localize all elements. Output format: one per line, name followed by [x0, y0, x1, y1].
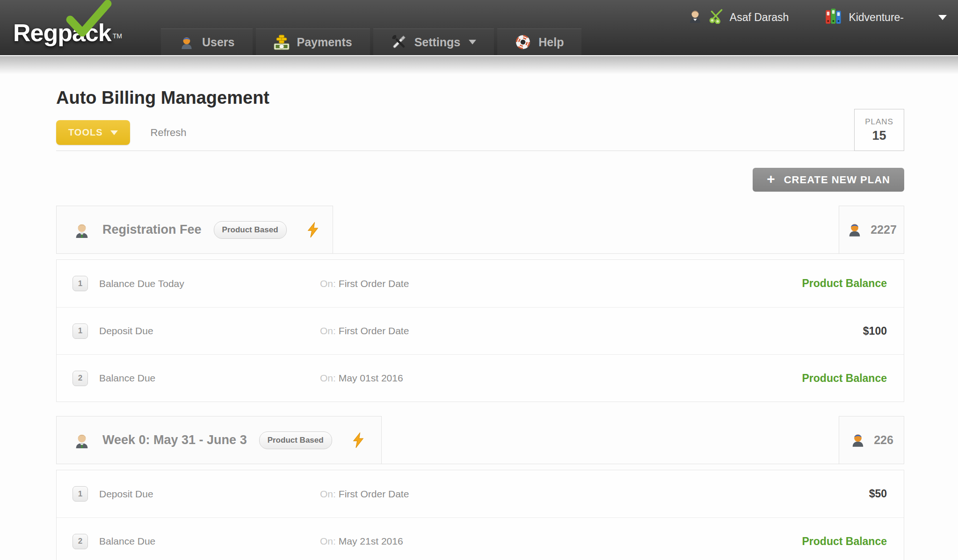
billing-row[interactable]: 1 Deposit Due On:First Order Date $50 — [57, 470, 904, 517]
on-date: May 01st 2016 — [339, 373, 403, 383]
account-dropdown-caret[interactable] — [938, 15, 947, 20]
plan-type-badge: Product Based — [214, 221, 287, 239]
navbar-right: Asaf Darash K — [688, 7, 947, 28]
lightning-icon — [306, 222, 319, 238]
plan-rows: 1 Deposit Due On:First Order Date $50 2 … — [56, 470, 904, 560]
row-trigger: On:First Order Date — [320, 488, 765, 500]
plan-header-spacer — [333, 206, 839, 254]
row-name: Deposit Due — [99, 325, 320, 337]
row-number-badge: 2 — [73, 371, 88, 386]
plan-name: Registration Fee — [102, 223, 202, 237]
row-trigger: On:May 01st 2016 — [320, 373, 765, 384]
plan-person-icon — [73, 222, 90, 238]
page-title: Auto Billing Management — [56, 88, 904, 108]
tools-button[interactable]: TOOLS — [56, 120, 130, 145]
on-date: First Order Date — [339, 488, 409, 499]
plan-header: Week 0: May 31 - June 3 Product Based — [56, 416, 904, 464]
top-navbar: RegpackTM Users — [0, 0, 958, 55]
on-date: First Order Date — [339, 278, 409, 289]
user-name: Asaf Darash — [730, 11, 789, 24]
plan-person-icon — [73, 432, 90, 449]
plus-icon: + — [767, 172, 776, 186]
nav-tab-users[interactable]: Users — [161, 29, 253, 55]
plans-counter-label: PLANS — [865, 117, 893, 127]
plan-header: Registration Fee Product Based — [56, 206, 904, 254]
user-icon — [179, 34, 195, 50]
on-date: May 21st 2016 — [339, 536, 403, 546]
on-label: On: — [320, 373, 336, 383]
binders-icon — [824, 7, 843, 28]
lightning-icon — [352, 432, 365, 448]
on-label: On: — [320, 325, 336, 336]
row-number-badge: 1 — [73, 486, 88, 502]
billing-row[interactable]: 1 Deposit Due On:First Order Date $100 — [57, 307, 904, 354]
plan-title-tab[interactable]: Week 0: May 31 - June 3 Product Based — [56, 416, 382, 464]
plan-rows: 1 Balance Due Today On:First Order Date … — [56, 259, 904, 402]
billing-row[interactable]: 2 Balance Due On:May 21st 2016 Product B… — [57, 517, 904, 560]
person-count-icon — [849, 431, 866, 450]
nav-tab-payments[interactable]: Payments — [256, 29, 370, 55]
row-number-badge: 1 — [73, 276, 88, 291]
nav-tab-label: Users — [202, 36, 235, 49]
current-user[interactable]: Asaf Darash — [688, 8, 789, 27]
row-value: Product Balance — [765, 535, 887, 548]
billing-row[interactable]: 2 Balance Due On:May 01st 2016 Product B… — [57, 354, 904, 402]
plans-counter-value: 15 — [872, 129, 886, 143]
plan-card-registration-fee: Registration Fee Product Based — [56, 206, 904, 402]
plan-name: Week 0: May 31 - June 3 — [102, 433, 247, 447]
row-value: $100 — [765, 325, 887, 337]
header-fade — [0, 55, 958, 78]
billing-row[interactable]: 1 Balance Due Today On:First Order Date … — [57, 260, 904, 307]
account-name: Kidventure- — [849, 11, 904, 24]
nav-tab-label: Payments — [297, 36, 352, 49]
chevron-down-icon — [110, 130, 118, 135]
row-number-badge: 1 — [73, 323, 88, 339]
chevron-down-icon — [469, 40, 476, 44]
row-name: Balance Due — [99, 373, 320, 384]
plan-user-count-value: 2227 — [871, 223, 897, 237]
plan-user-count[interactable]: 226 — [839, 416, 904, 464]
on-label: On: — [320, 278, 336, 289]
regpack-logo[interactable]: RegpackTM — [13, 2, 122, 47]
logo-trademark: TM — [113, 32, 122, 40]
main-nav: Users Payments — [161, 29, 581, 55]
logo-check-icon — [65, 0, 112, 36]
row-name: Balance Due — [99, 536, 320, 547]
plan-title-tab[interactable]: Registration Fee Product Based — [56, 206, 333, 254]
plan-user-count[interactable]: 2227 — [839, 206, 904, 254]
toolbar: TOOLS Refresh PLANS 15 — [56, 120, 904, 151]
row-trigger: On:First Order Date — [320, 325, 765, 337]
row-name: Deposit Due — [99, 488, 320, 500]
nav-tab-help[interactable]: Help — [497, 29, 581, 55]
on-date: First Order Date — [339, 325, 409, 336]
row-number-badge: 2 — [73, 534, 88, 549]
create-new-plan-button[interactable]: + CREATE NEW PLAN — [753, 168, 904, 192]
account-selector[interactable]: Kidventure- — [824, 7, 904, 28]
plans-counter: PLANS 15 — [854, 109, 904, 151]
plan-card-week-0: Week 0: May 31 - June 3 Product Based — [56, 416, 904, 560]
person-count-icon — [846, 221, 863, 239]
lifering-icon — [515, 34, 531, 50]
nav-tab-label: Settings — [414, 36, 461, 49]
create-button-label: CREATE NEW PLAN — [784, 174, 890, 186]
main-content: Auto Billing Management TOOLS Refresh PL… — [56, 88, 904, 560]
create-row: + CREATE NEW PLAN — [56, 168, 904, 192]
plan-header-spacer — [382, 416, 839, 464]
plan-type-badge: Product Based — [259, 431, 332, 449]
avatar-icon — [688, 8, 703, 26]
plan-user-count-value: 226 — [874, 433, 893, 447]
scissors-icon — [708, 8, 724, 27]
row-value: $50 — [765, 488, 887, 500]
tools-button-label: TOOLS — [68, 127, 103, 138]
row-trigger: On:May 21st 2016 — [320, 536, 765, 547]
on-label: On: — [320, 536, 336, 546]
tools-icon — [391, 34, 407, 50]
nav-tab-settings[interactable]: Settings — [373, 29, 494, 55]
row-value: Product Balance — [765, 277, 887, 290]
payments-icon — [274, 34, 290, 50]
refresh-link[interactable]: Refresh — [151, 127, 187, 139]
on-label: On: — [320, 488, 336, 499]
nav-tab-label: Help — [538, 36, 564, 49]
row-value: Product Balance — [765, 372, 887, 385]
row-trigger: On:First Order Date — [320, 278, 765, 289]
